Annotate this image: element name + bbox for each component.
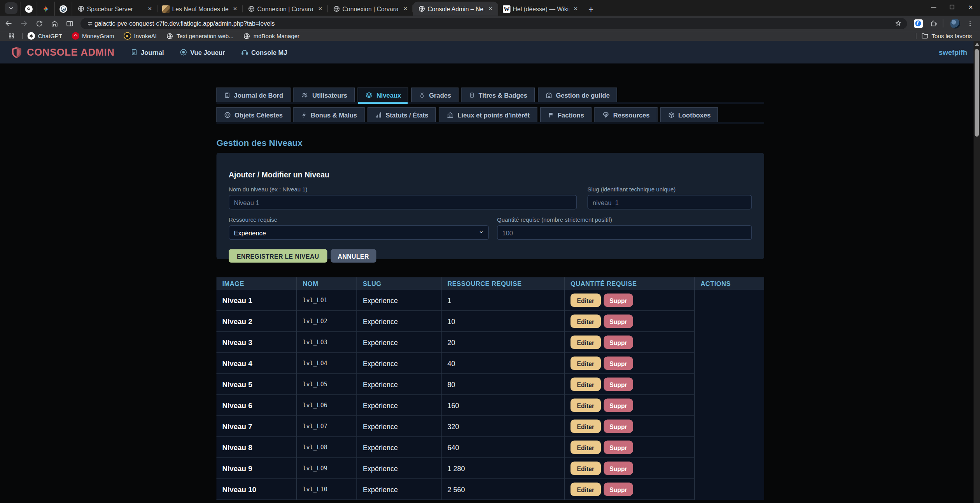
home-icon[interactable] [48,17,61,30]
resource-text: Expérience [363,401,398,409]
tab-search-chevron-icon[interactable] [5,2,18,14]
resource-text: Expérience [363,485,398,493]
minimize-button[interactable] [924,0,943,14]
tab-objets-célestes[interactable]: Objets Célestes [217,107,290,122]
edit-button[interactable]: Editer [570,336,601,349]
tab-factions[interactable]: Factions [540,107,592,122]
extensions-puzzle-icon[interactable] [927,17,940,30]
slug-cell: lvl_L02 [296,311,357,332]
reload-icon[interactable] [33,17,46,30]
tab-lootboxes[interactable]: Lootboxes [660,107,718,122]
bookmark-item[interactable]: MoneyGram [72,32,114,40]
profile-avatar[interactable] [948,17,961,30]
edit-button[interactable]: Editer [570,441,601,454]
new-tab-button[interactable]: + [583,2,598,16]
actions-cell [694,290,764,311]
bookmark-star-icon[interactable] [893,17,904,30]
browser-tab[interactable]: Spacebar Server✕ [72,2,158,16]
apps-grid-icon[interactable] [5,30,18,42]
tab-close-icon[interactable]: ✕ [572,5,580,13]
resource-text: Expérience [363,338,398,346]
delete-button[interactable]: Suppr [604,357,633,370]
side-panel-icon[interactable] [63,17,76,30]
tab-journal-de-bord[interactable]: Journal de Bord [217,88,291,102]
delete-button[interactable]: Suppr [604,420,633,433]
delete-button[interactable]: Suppr [604,315,633,328]
resource-select[interactable]: Expérience [229,225,489,240]
bookmark-item[interactable]: Text generation web... [166,32,234,40]
edit-button[interactable]: Editer [570,483,601,496]
close-button[interactable]: ✕ [961,0,980,14]
edit-button[interactable]: Editer [570,462,601,475]
tab-grades[interactable]: Grades [411,88,458,102]
pinned-tab[interactable] [20,2,37,16]
slug-text: lvl_L04 [303,360,327,367]
tab-niveaux[interactable]: Niveaux [358,88,409,102]
tab-close-icon[interactable]: ✕ [231,5,239,13]
edit-button[interactable]: Editer [570,294,601,307]
bookmark-item[interactable]: mdBook Manager [243,32,299,40]
browser-tab[interactable]: Connexion | Corvara✕ [243,2,328,16]
bookmark-item[interactable]: InvokeAI [124,32,157,40]
all-bookmarks-label: Tous les favoris [932,33,972,39]
delete-button[interactable]: Suppr [604,441,633,454]
page-scrollbar[interactable] [974,41,980,503]
tab-label: Bonus & Malus [311,112,357,119]
scrollbar-up-arrow[interactable] [974,43,980,47]
edit-button[interactable]: Editer [570,420,601,433]
delete-button[interactable]: Suppr [604,483,633,496]
edit-button[interactable]: Editer [570,399,601,412]
tab-close-icon[interactable]: ✕ [316,5,324,13]
delete-button[interactable]: Suppr [604,294,633,307]
header-nav-vue-joueur[interactable]: Vue Joueur [180,49,225,56]
browser-tab[interactable]: Connexion | Corvara✕ [328,2,413,16]
edit-button[interactable]: Editer [570,378,601,391]
tab-close-icon[interactable]: ✕ [486,5,495,13]
tab-close-icon[interactable]: ✕ [401,5,410,13]
tab-utilisateurs[interactable]: Utilisateurs [294,88,355,102]
edit-button[interactable]: Editer [570,357,601,370]
back-icon[interactable] [2,17,15,30]
address-bar[interactable]: galactic-pve-conquest-c7fe.dev.flatlogic… [80,18,907,29]
forward-icon[interactable] [18,17,30,30]
all-bookmarks-button[interactable]: Tous les favoris [921,32,972,40]
header-nav-console-mj[interactable]: Console MJ [241,49,287,56]
maximize-button[interactable] [943,0,961,14]
guild-icon [545,92,552,99]
delete-button[interactable]: Suppr [604,462,633,475]
site-settings-icon[interactable] [85,17,94,30]
browser-tab[interactable]: Console Admin – Nexus✕ [413,2,498,16]
browser-tab[interactable]: WHel (déesse) — Wikipédia✕ [498,2,583,16]
bookmark-label: InvokeAI [134,33,157,39]
url-text[interactable]: galactic-pve-conquest-c7fe.dev.flatlogic… [94,20,893,27]
scrollbar-thumb[interactable] [975,49,979,137]
extension-badge-icon[interactable] [912,17,925,30]
header-nav-journal[interactable]: Journal [131,49,164,56]
tab-bonus-malus[interactable]: Bonus & Malus [293,107,365,122]
tab-lieux-et-points-d-intérêt[interactable]: Lieux et points d'intérêt [439,107,537,122]
slug-input[interactable] [588,195,752,210]
level-name-input[interactable] [229,195,577,210]
save-level-button[interactable]: ENREGISTRER LE NIVEAU [229,249,327,263]
delete-button[interactable]: Suppr [604,399,633,412]
quantity-cell: 1 280 [441,458,564,479]
browser-tab[interactable]: Les Neuf Mondes de la Mytholo✕ [158,2,243,16]
tab-ressources[interactable]: Ressources [595,107,657,122]
actions-cell [694,395,764,416]
edit-button[interactable]: Editer [570,315,601,328]
pinned-tab[interactable] [55,2,72,16]
tab-close-icon[interactable]: ✕ [146,5,154,13]
cancel-button[interactable]: ANNULER [331,249,376,263]
delete-button[interactable]: Suppr [604,378,633,391]
browser-menu-icon[interactable] [964,17,976,30]
tab-gestion-de-guilde[interactable]: Gestion de guilde [538,88,617,102]
headset-icon [241,49,248,56]
slug-text: lvl_L08 [303,444,327,451]
bookmark-item[interactable]: ChatGPT [28,32,63,40]
actions-cell [694,416,764,437]
tab-statuts-états[interactable]: Statuts / États [368,107,436,122]
delete-button[interactable]: Suppr [604,336,633,349]
tab-titres-badges[interactable]: Titres & Badges [462,88,535,102]
quantity-input[interactable] [497,225,752,240]
pinned-tab[interactable] [37,2,55,16]
